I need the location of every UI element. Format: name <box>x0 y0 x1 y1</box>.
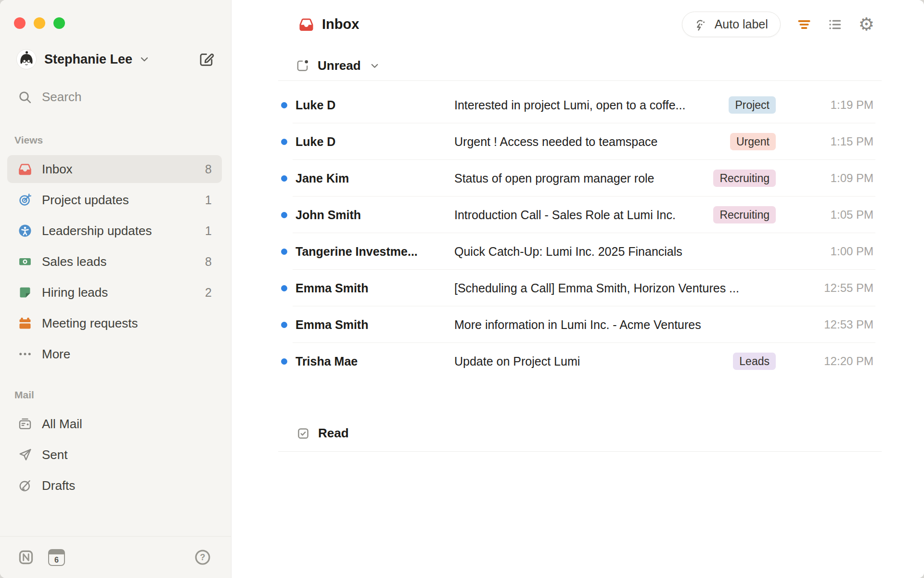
email-time: 1:19 PM <box>809 98 882 112</box>
sidebar-item-project-updates[interactable]: Project updates 1 <box>7 186 222 214</box>
chevron-down-icon <box>139 53 150 65</box>
account-switcher[interactable]: Stephanie Lee <box>16 49 214 69</box>
sidebar-item-label: All Mail <box>42 417 82 432</box>
email-row[interactable]: Emma Smith More information in Lumi Inc.… <box>278 306 882 343</box>
sidebar-item-sales-leads[interactable]: Sales leads 8 <box>7 248 222 276</box>
sidebar-item-label: Meeting requests <box>42 316 138 331</box>
section-label-views: Views <box>14 134 231 146</box>
sidebar-item-meeting-requests[interactable]: Meeting requests <box>7 309 222 337</box>
unread-dot-icon <box>281 139 287 145</box>
sidebar-item-drafts[interactable]: Drafts <box>7 472 222 499</box>
more-icon <box>18 347 32 361</box>
email-sender: Tangerine Investme... <box>295 245 454 259</box>
compose-button[interactable] <box>198 52 214 67</box>
email-label-badge: Project <box>729 96 776 114</box>
sidebar-item-label: Sales leads <box>42 254 106 269</box>
email-sender: Trisha Mae <box>295 355 454 368</box>
email-label-badge: Recruiting <box>713 206 776 223</box>
sidebar-item-label: Drafts <box>42 478 75 493</box>
views-list: Inbox 8 Project updates 1 Leadership upd… <box>0 155 231 368</box>
email-subject: [Scheduling a Call] Emma Smith, Horizon … <box>454 281 809 295</box>
sidebar-item-more[interactable]: More <box>7 340 222 368</box>
unread-section-header[interactable]: Unread <box>295 58 924 73</box>
email-row[interactable]: Emma Smith [Scheduling a Call] Emma Smit… <box>278 270 882 306</box>
sidebar-item-inbox[interactable]: Inbox 8 <box>7 155 222 183</box>
sidebar-item-count: 8 <box>205 255 212 269</box>
unread-dot-icon <box>281 249 287 255</box>
email-row[interactable]: John Smith Introduction Call - Sales Rol… <box>278 197 882 233</box>
money-icon <box>18 254 32 269</box>
email-time: 12:55 PM <box>809 281 882 295</box>
target-icon <box>18 193 32 207</box>
sidebar-item-label: Leadership updates <box>42 223 152 238</box>
email-subject: Update on Project Lumi <box>454 355 733 368</box>
email-time: 1:00 PM <box>809 245 882 258</box>
sidebar-footer: 6 <box>0 536 231 578</box>
search-input[interactable]: Search <box>18 90 231 105</box>
sidebar-item-all-mail[interactable]: All Mail <box>7 410 222 438</box>
email-row[interactable]: Jane Kim Status of open program manager … <box>278 160 882 197</box>
unread-dot-icon <box>281 212 287 218</box>
email-label-badge: Urgent <box>730 133 776 150</box>
email-time: 1:09 PM <box>809 171 882 185</box>
settings-gear-icon[interactable]: ⚙ <box>859 15 874 33</box>
auto-label-button[interactable]: Auto label <box>682 12 781 37</box>
unread-dot-icon <box>281 175 287 182</box>
inbox-icon <box>18 162 32 176</box>
filter-icon[interactable] <box>797 17 811 32</box>
read-checkbox-icon <box>296 427 310 440</box>
inbox-icon <box>298 16 314 32</box>
minimize-button[interactable] <box>34 17 45 29</box>
email-sender: Emma Smith <box>295 318 454 332</box>
main-header: Inbox Auto label ⚙ <box>231 0 924 37</box>
help-icon[interactable] <box>194 549 211 566</box>
note-icon <box>18 285 32 300</box>
sidebar-item-sent[interactable]: Sent <box>7 441 222 469</box>
email-label-badge: Leads <box>733 353 776 370</box>
unread-dot-icon <box>281 322 287 328</box>
main-content: Inbox Auto label ⚙ Unread Luke D Interes… <box>231 0 924 578</box>
account-name: Stephanie Lee <box>44 52 132 67</box>
accessibility-icon <box>18 223 32 238</box>
notion-logo-icon[interactable] <box>17 549 35 566</box>
sidebar-item-count: 8 <box>205 162 212 176</box>
read-label: Read <box>318 426 349 441</box>
email-time: 1:15 PM <box>809 135 882 148</box>
email-label-badge: Recruiting <box>713 170 776 187</box>
email-row[interactable]: Tangerine Investme... Quick Catch-Up: Lu… <box>278 233 882 270</box>
email-row[interactable]: Luke D Interested in project Lumi, open … <box>278 87 882 123</box>
page-title: Inbox <box>322 16 359 32</box>
close-button[interactable] <box>14 17 26 29</box>
calendar-icon[interactable]: 6 <box>48 549 65 566</box>
email-time: 1:05 PM <box>809 208 882 222</box>
email-subject: Status of open program manager role <box>454 171 713 185</box>
calendar-icon <box>18 316 32 330</box>
unread-dot-icon <box>281 358 287 365</box>
list-view-icon[interactable] <box>828 17 842 32</box>
email-row[interactable]: Luke D Urgent ! Access needed to teamspa… <box>278 123 882 160</box>
email-subject: More information in Lumi Inc. - Acme Ven… <box>454 318 809 332</box>
divider <box>278 451 882 452</box>
unread-dot-icon <box>281 102 287 108</box>
all-mail-icon <box>18 417 32 431</box>
email-subject: Interested in project Lumi, open to a co… <box>454 98 729 112</box>
mail-list: All Mail Sent Drafts <box>0 410 231 499</box>
email-subject: Urgent ! Access needed to teamspace <box>454 135 730 149</box>
email-subject: Quick Catch-Up: Lumi Inc. 2025 Financial… <box>454 245 809 259</box>
read-section-header[interactable]: Read <box>296 426 924 441</box>
sidebar-nav: Views Inbox 8 Project updates 1 Leadersh… <box>0 134 231 499</box>
email-row[interactable]: Trisha Mae Update on Project Lumi Leads … <box>278 343 882 380</box>
zoom-button[interactable] <box>53 17 65 29</box>
email-sender: Luke D <box>295 98 454 112</box>
email-sender: John Smith <box>295 208 454 222</box>
section-label-mail: Mail <box>14 389 231 401</box>
sidebar-item-label: Sent <box>42 447 68 462</box>
email-list: Luke D Interested in project Lumi, open … <box>278 81 882 380</box>
avatar <box>16 49 37 69</box>
sidebar-item-leadership-updates[interactable]: Leadership updates 1 <box>7 217 222 245</box>
drafts-icon <box>18 478 32 493</box>
unread-dot-icon <box>281 285 287 291</box>
sidebar-item-hiring-leads[interactable]: Hiring leads 2 <box>7 278 222 306</box>
sidebar-item-count: 1 <box>205 224 212 238</box>
search-icon <box>18 90 32 105</box>
